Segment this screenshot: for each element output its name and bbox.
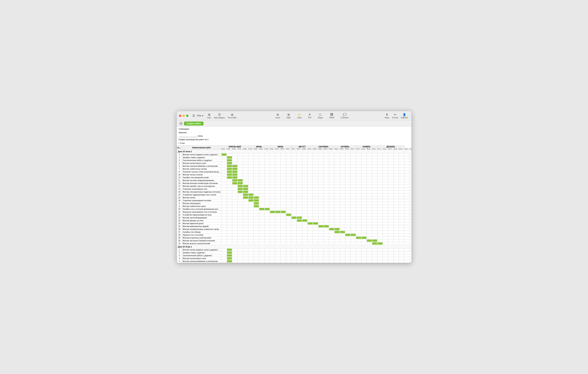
gantt-cell: [232, 199, 237, 202]
gantt-cell: [243, 251, 248, 254]
row-num: 29: [177, 239, 182, 242]
gantt-cell: [270, 173, 275, 176]
zoom-control[interactable]: 75% ▾: [197, 114, 203, 117]
gantt-cell: [313, 236, 318, 239]
gantt-cell: [345, 167, 350, 170]
gantt-cell: [270, 190, 275, 193]
gantt-cell: [270, 233, 275, 236]
share-button[interactable]: ⬆ Share: [384, 112, 390, 119]
minimize-button[interactable]: [183, 114, 185, 117]
text-button[interactable]: A Text: [307, 112, 312, 119]
gantt-cell: [367, 251, 372, 254]
gantt-cell: [388, 167, 393, 170]
gantt-cell: [302, 219, 307, 222]
gantt-cell: [404, 167, 410, 170]
gantt-cell: [324, 173, 329, 176]
gantt-cell: [350, 185, 356, 187]
gantt-cell: [313, 187, 318, 190]
gantt-cell: [356, 205, 361, 208]
row-name: Заливка стяжки ( доделки ): [182, 251, 221, 254]
gantt-cell: [399, 187, 404, 190]
gantt-cell: [281, 208, 286, 210]
gantt-cell: [275, 156, 281, 159]
gantt-cell: [307, 254, 313, 257]
insert-button[interactable]: ⊕ Insert: [274, 112, 281, 119]
gantt-cell: [232, 167, 237, 170]
gantt-cell: [237, 219, 243, 222]
gantt-cell: [227, 170, 232, 173]
gantt-cell: [345, 185, 350, 187]
gantt-cell: [275, 185, 281, 187]
gantt-cell: [334, 239, 340, 242]
gantt-cell: [227, 254, 232, 257]
gantt-cell: [243, 239, 248, 242]
gantt-cell: [372, 219, 377, 222]
gantt-cell: [302, 165, 307, 167]
sheet-tab-grafik[interactable]: График работ: [184, 122, 204, 125]
gantt-cell: [318, 187, 324, 190]
gantt-cell: [372, 228, 377, 230]
date-header-17: 19.08-25.08: [313, 148, 318, 150]
gantt-cell: [221, 257, 227, 260]
gantt-cell: [264, 193, 270, 196]
gantt-cell: [388, 236, 393, 239]
gantt-cell: [361, 167, 367, 170]
gantt-cell: [345, 173, 350, 176]
gantt-cell: [404, 182, 410, 185]
date-header-22: 23.09-29.09: [340, 148, 345, 150]
gantt-cell: [361, 254, 367, 257]
gantt-cell: [259, 213, 264, 216]
gantt-cell: [259, 228, 264, 230]
row-num: 5: [177, 165, 182, 167]
sidebar-toggle-button[interactable]: ☰: [191, 113, 196, 118]
gantt-cell: [404, 233, 410, 236]
gantt-cell: [410, 173, 411, 176]
media-button[interactable]: 🖼 Media: [328, 112, 335, 119]
gantt-cell: [361, 176, 367, 179]
gantt-cell: [232, 208, 237, 210]
row-name: Монтаж полиуретановых элементов ( молдин…: [182, 228, 221, 230]
gantt-cell: [221, 162, 227, 165]
gantt-cell: [248, 165, 253, 167]
sidebar-icon: ☰: [192, 114, 195, 117]
gantt-cell: [340, 205, 345, 208]
gantt-cell: [361, 216, 367, 219]
sheet-tabs: + График работ: [177, 121, 411, 127]
gantt-cell: [291, 205, 297, 208]
view-button[interactable]: ⊞ View: [206, 112, 212, 119]
add-sheet-button[interactable]: +: [179, 122, 183, 125]
shape-button[interactable]: ⬡ Shape: [317, 112, 324, 119]
month-july: ИЮЛЬ: [270, 145, 291, 148]
gantt-cell: [307, 225, 313, 228]
gantt-cell: [248, 213, 253, 216]
gantt-cell: [393, 190, 399, 193]
gantt-cell: [361, 219, 367, 222]
gantt-cell: [372, 257, 377, 260]
gantt-cell: [248, 260, 253, 263]
gantt-cell: [297, 159, 302, 162]
gantt-cell: [356, 202, 361, 205]
table-button[interactable]: ⊞ Table: [285, 112, 292, 119]
gantt-cell: [356, 233, 361, 236]
spreadsheet-area[interactable]: Утверждаю: Заказчик _________________ 20…: [177, 127, 411, 263]
row-num: 24: [177, 222, 182, 225]
format-button[interactable]: ✏ Format: [391, 112, 399, 119]
gantt-cell: [264, 242, 270, 245]
chart-button[interactable]: ⚡ Chart: [296, 112, 303, 119]
gantt-cell: [221, 225, 227, 228]
gantt-cell: [286, 167, 291, 170]
organize-button[interactable]: 👤 Organize: [400, 112, 409, 119]
add-category-button[interactable]: ☰ Add Category: [213, 112, 226, 119]
gantt-cell: [270, 187, 275, 190]
gantt-cell: [281, 167, 286, 170]
gantt-cell: [404, 193, 410, 196]
pivot-table-button[interactable]: ⊞ Pivot Table: [227, 112, 238, 119]
close-button[interactable]: [179, 114, 181, 117]
gantt-cell: [313, 254, 318, 257]
gantt-cell: [383, 242, 388, 245]
maximize-button[interactable]: [186, 114, 189, 117]
gantt-cell: [393, 170, 399, 173]
comment-button[interactable]: 💬 Comment: [340, 112, 349, 119]
date-header-19: 02.09-08.09: [324, 148, 329, 150]
gantt-cell: [361, 205, 367, 208]
